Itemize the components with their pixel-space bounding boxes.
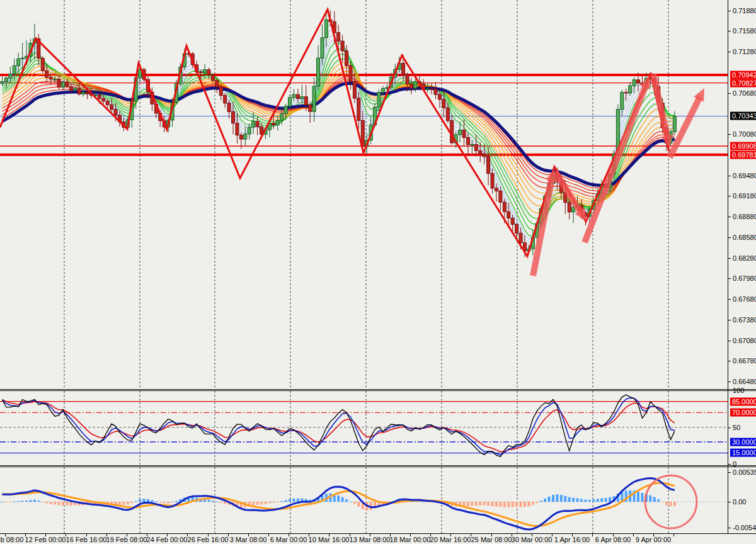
candle-down (511, 218, 514, 224)
macd-histogram-bar-negative (665, 502, 668, 505)
macd-histogram-bar-positive (345, 499, 348, 502)
trade-direction-arrow-shaft[interactable] (585, 85, 646, 242)
candle-up (459, 130, 462, 135)
candle-up (312, 86, 316, 111)
macd-histogram-bar-positive (139, 499, 141, 502)
macd-histogram-bar-negative (70, 502, 72, 506)
macd-histogram-bar-positive (349, 502, 352, 502)
macd-histogram-bar-negative (536, 502, 538, 503)
macd-histogram-bar-negative (171, 502, 174, 502)
trade-direction-arrow-shaft[interactable] (653, 74, 668, 138)
macd-histogram-bar-negative (224, 502, 226, 504)
candle-down (77, 89, 81, 94)
trade-direction-arrow-head[interactable] (639, 76, 650, 89)
candle-up (633, 80, 636, 86)
time-axis-tick (268, 534, 269, 536)
time-axis-label: 10 Mar 16:00 (309, 536, 350, 543)
candle-down (224, 95, 227, 103)
candle-down (353, 81, 356, 98)
oscillator-level-badge: 30.0000 (730, 438, 756, 446)
macd-histogram-bar-negative (527, 502, 530, 506)
candle-down (483, 154, 486, 157)
candle-down (345, 51, 348, 66)
oscillator-medium-line (3, 398, 675, 455)
candle-up (54, 79, 57, 80)
candle-down (495, 188, 498, 191)
macd-axis-label: 0.0053585 (733, 468, 756, 476)
price-axis-label: 0.70680 (733, 89, 756, 97)
macd-histogram-bar-negative (353, 502, 356, 504)
candle-down (232, 111, 235, 123)
macd-histogram-bar-negative (524, 502, 526, 507)
time-axis[interactable]: 9 Feb 08:0012 Feb 00:0016 Feb 16:0019 Fe… (0, 533, 756, 544)
price-axis-tick (728, 134, 731, 135)
macd-histogram-bar-positive (592, 499, 595, 502)
price-axis-tick (728, 299, 731, 300)
macd-histogram-bar-positive (584, 500, 587, 502)
candle-down (337, 33, 340, 42)
candle-up (301, 97, 304, 99)
candle-down (479, 150, 482, 154)
price-axis-tick (728, 361, 731, 361)
candle-down (341, 41, 344, 50)
candle-down (256, 122, 259, 127)
candle-down (462, 130, 466, 138)
price-axis-label: 0.71280 (733, 48, 756, 55)
macd-histogram-bar-positive (289, 499, 291, 502)
main-chart-canvas[interactable] (0, 0, 728, 389)
time-axis-label: 9 Feb 08:00 (0, 536, 23, 543)
time-axis-label: 6 Apr 08:00 (595, 536, 631, 543)
macd-histogram-bar-positive (212, 501, 214, 502)
candle-up (252, 122, 255, 127)
macd-axis-label: -0.005475 (733, 524, 756, 531)
oscillator-panel-canvas[interactable] (0, 391, 728, 465)
zigzag-trendline[interactable] (0, 9, 669, 256)
time-axis-label: 6 Mar 00:00 (270, 536, 307, 543)
candle-down (499, 191, 502, 202)
time-axis-tick (673, 534, 674, 536)
candle-down (57, 79, 60, 87)
price-axis-tick (728, 428, 731, 428)
price-axis-tick (728, 217, 731, 217)
candle-up (4, 78, 8, 82)
macd-histogram-bar-positive (33, 500, 36, 502)
candle-down (272, 123, 275, 125)
macd-histogram-bar-negative (532, 502, 534, 505)
candle-down (637, 80, 640, 83)
time-axis-label: 25 Mar 08:00 (471, 536, 512, 543)
macd-histogram-bar-negative (42, 502, 44, 502)
price-level-badge: 0.70942 (730, 71, 756, 79)
macd-panel-canvas[interactable] (0, 467, 728, 533)
macd-histogram-bar-negative (260, 502, 263, 504)
macd-histogram-bar-negative (252, 502, 255, 506)
candle-down (49, 77, 52, 79)
macd-histogram-bar-positive (285, 500, 287, 502)
price-axis-tick (728, 52, 731, 52)
macd-histogram-bar-positive (653, 497, 656, 502)
macd-histogram-bar-positive (576, 498, 579, 502)
price-axis[interactable]: 0.718800.715800.712800.706800.700800.694… (728, 0, 756, 533)
time-axis-label: 1 Apr 16:00 (554, 536, 590, 543)
macd-histogram-bar-negative (122, 502, 125, 505)
macd-histogram-bar-negative (272, 502, 275, 502)
macd-histogram-bar-positive (297, 499, 299, 502)
price-axis-label: 0.67980 (733, 275, 756, 282)
macd-histogram-bar-negative (159, 502, 161, 502)
candle-up (203, 70, 207, 73)
candle-down (487, 157, 490, 174)
macd-histogram-bar-negative (130, 502, 133, 503)
price-axis-tick (728, 93, 731, 94)
oscillator-axis-label: 0 (733, 460, 736, 468)
macd-histogram-bar-negative (520, 502, 522, 507)
candle-down (406, 74, 409, 84)
macd-histogram-bar-negative (62, 502, 64, 505)
macd-histogram-bar-positive (641, 493, 643, 502)
macd-histogram-bar-positive (13, 502, 16, 502)
macd-histogram-bar-negative (9, 502, 11, 502)
macd-histogram-bar-negative (499, 502, 501, 507)
macd-histogram-bar-negative (503, 502, 506, 507)
time-axis-label: 3 Mar 08:00 (230, 536, 267, 543)
trading-chart-window: 0.718800.715800.712800.706800.700800.694… (0, 0, 756, 544)
candle-up (9, 74, 12, 78)
candle-up (629, 86, 632, 93)
